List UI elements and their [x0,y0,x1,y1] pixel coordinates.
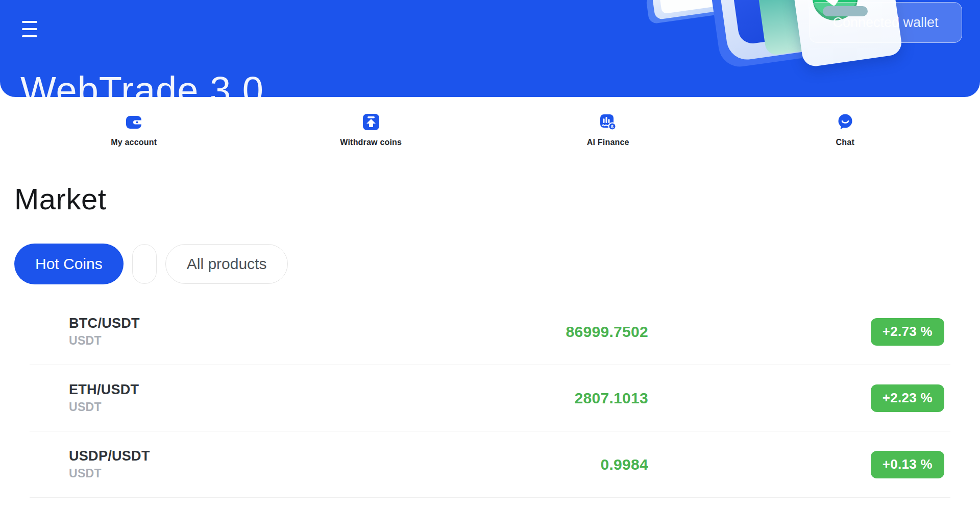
pair-price: 0.9984 [309,456,648,473]
hamburger-menu-icon[interactable] [22,21,37,37]
filter-pill-all-products[interactable]: All products [165,244,288,284]
wallet-icon [125,113,142,131]
pair-name: BTC/USDT [69,316,309,331]
pair-quote: USDT [69,400,309,414]
pair-name: ETH/USDT [69,382,309,398]
filter-pill-empty[interactable] [132,244,157,284]
market-row-usdp-usdt[interactable]: USDP/USDT USDT 0.9984 +0.13 % [30,431,950,498]
market-row-eth-usdt[interactable]: ETH/USDT USDT 2807.1013 +2.23 % [30,365,950,431]
chat-icon [837,113,854,131]
pair-quote: USDT [69,467,309,480]
pair-quote: USDT [69,334,309,348]
pair-info: BTC/USDT USDT [69,316,309,348]
quick-nav: My account Withdraw coins $ AI Finance C… [15,97,964,147]
market-row-btc-usdt[interactable]: BTC/USDT USDT 86999.7502 +2.73 % [30,299,950,365]
nav-label: Withdraw coins [340,138,402,147]
connected-wallet-button[interactable]: Connected wallet [809,2,962,43]
change-badge: +0.13 % [871,451,944,478]
market-filters: Hot Coins All products [14,244,288,284]
pair-name: USDP/USDT [69,448,309,464]
change-badge: +2.23 % [871,384,944,412]
nav-item-my-account[interactable]: My account [15,113,253,147]
nav-item-withdraw-coins[interactable]: Withdraw coins [253,113,490,147]
market-list: BTC/USDT USDT 86999.7502 +2.73 % ETH/USD… [30,299,950,498]
nav-item-chat[interactable]: Chat [727,113,964,147]
nav-label: My account [111,138,157,147]
change-badge: +2.73 % [871,318,944,346]
page-title: Market [14,182,106,216]
pair-price: 2807.1013 [309,390,648,407]
pair-price: 86999.7502 [309,323,648,341]
nav-item-ai-finance[interactable]: $ AI Finance [489,113,727,147]
app-title: WebTrade 3.0 [20,68,264,97]
app-header: Connected wallet WebTrade 3.0 [0,0,980,97]
ai-finance-icon: $ [599,113,617,131]
svg-text:$: $ [611,124,614,129]
withdraw-icon [362,113,380,131]
nav-label: AI Finance [587,138,629,147]
filter-pill-hot-coins[interactable]: Hot Coins [14,244,124,284]
pair-info: USDP/USDT USDT [69,448,309,480]
nav-label: Chat [836,138,854,147]
pair-info: ETH/USDT USDT [69,382,309,414]
